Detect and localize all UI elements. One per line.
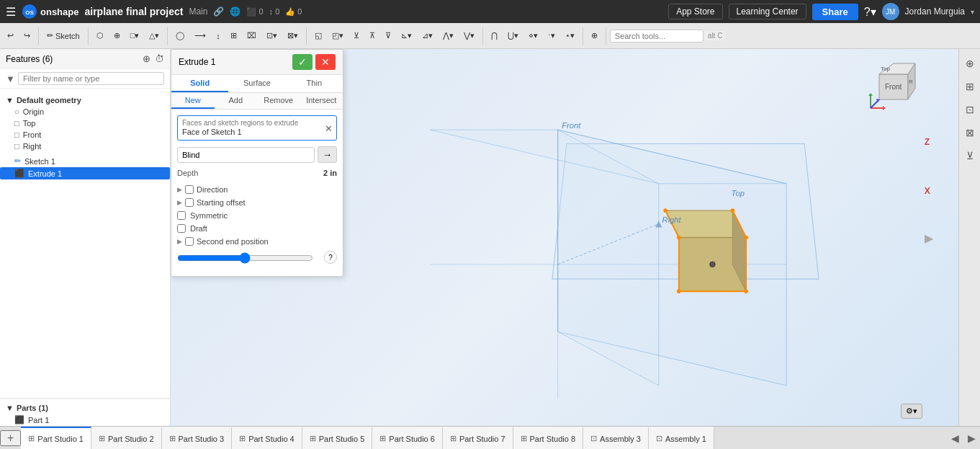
starting-offset-checkbox[interactable] xyxy=(185,198,194,207)
thicken-button[interactable]: ⊿▾ xyxy=(418,29,437,43)
app-store-button[interactable]: App Store xyxy=(668,4,722,19)
display-settings-button[interactable]: ⚙▾ xyxy=(901,404,922,419)
offset-button[interactable]: ⊾▾ xyxy=(397,29,416,43)
wrap-button[interactable]: ⊼ xyxy=(365,29,379,43)
right-icon-button-3[interactable]: ⊡ xyxy=(963,101,977,118)
revolve-button[interactable]: ⊕ xyxy=(109,29,125,43)
draft-checkbox[interactable] xyxy=(177,224,186,233)
view-cube[interactable]: Front Top R xyxy=(865,56,922,114)
tab-part-studio-3[interactable]: ⊞ Part Studio 3 xyxy=(162,427,233,449)
globe-icon[interactable]: 🌐 xyxy=(230,6,240,17)
measure-button[interactable]: ⋂ xyxy=(487,29,502,43)
chamfer-button[interactable]: ⟶ xyxy=(190,29,210,43)
viewport[interactable]: Extrude 1 ✓ ✕ Solid Surface Thin New Add… xyxy=(171,49,980,426)
undo-button[interactable]: ↩ xyxy=(3,29,18,43)
subtab-add[interactable]: Add xyxy=(215,93,258,109)
tab-part-studio-8[interactable]: ⊞ Part Studio 8 xyxy=(513,427,584,449)
right-icon-button-5[interactable]: ⊻ xyxy=(963,147,976,164)
point-button[interactable]: ⋆▾ xyxy=(561,29,579,43)
mirror-button[interactable]: ⌧ xyxy=(243,29,261,43)
help-icon-button[interactable]: ? xyxy=(324,251,337,264)
hamburger-icon[interactable]: ☰ xyxy=(6,5,16,19)
pattern-button[interactable]: ⊡▾ xyxy=(262,29,282,43)
tab-assembly-3[interactable]: ⊡ Assembly 3 xyxy=(583,427,649,449)
username-chevron-icon[interactable]: ▾ xyxy=(971,8,974,16)
tab-assembly-1[interactable]: ⊡ Assembly 1 xyxy=(649,427,714,449)
second-end-row[interactable]: ▶ Second end position xyxy=(177,235,337,248)
redo-button[interactable]: ↪ xyxy=(19,29,35,43)
default-geometry-header[interactable]: ▼ Default geometry xyxy=(0,94,170,106)
thread-button[interactable]: ◰▾ xyxy=(328,29,348,43)
tab-icon: ⊞ xyxy=(169,434,176,443)
boolean-button[interactable]: ⊠▾ xyxy=(283,29,302,43)
loft-button[interactable]: △▾ xyxy=(145,29,163,43)
type-select[interactable]: Blind Symmetric Through All Up to Next U… xyxy=(177,147,315,163)
draft-button[interactable]: ⊞ xyxy=(226,29,241,43)
direction-row[interactable]: ▶ Direction xyxy=(177,183,337,196)
tree-item-extrude1[interactable]: ⬛ Extrude 1 xyxy=(0,167,170,179)
tab-part-studio-7[interactable]: ⊞ Part Studio 7 xyxy=(443,427,513,449)
tree-item-right[interactable]: □ Right xyxy=(0,141,170,152)
tree-item-part1[interactable]: ⬛ Part 1 xyxy=(0,414,170,426)
right-icon-button-1[interactable]: ⊕ xyxy=(963,55,977,72)
subtab-remove[interactable]: Remove xyxy=(257,93,300,109)
nav-right-arrow[interactable]: ▶ xyxy=(925,231,933,244)
symmetric-checkbox[interactable] xyxy=(177,211,186,220)
tab-nav-prev-button[interactable]: ◀ xyxy=(947,432,963,444)
origin-button[interactable]: ⋃▾ xyxy=(503,29,523,43)
tab-surface[interactable]: Surface xyxy=(228,75,285,92)
hole-button[interactable]: ◱ xyxy=(310,29,326,43)
add-target[interactable]: ⊕ xyxy=(587,29,602,43)
slider[interactable] xyxy=(177,252,313,264)
sketch-button[interactable]: ✏ Sketch xyxy=(42,29,84,43)
deform-button[interactable]: ⋁▾ xyxy=(459,29,479,43)
filter-icon-button[interactable]: ▼ xyxy=(6,74,15,84)
tab-nav-next-button[interactable]: ▶ xyxy=(963,432,980,444)
link-icon[interactable]: 🔗 xyxy=(213,6,224,17)
filter-input[interactable] xyxy=(18,72,164,85)
extrude-confirm-button[interactable]: ✓ xyxy=(292,54,313,70)
add-feature-button[interactable]: ⊕ xyxy=(143,53,150,64)
fillet-button[interactable]: ◯ xyxy=(171,29,189,43)
search-input[interactable] xyxy=(610,30,703,43)
tree-item-top[interactable]: □ Top xyxy=(0,117,170,129)
add-tab-button[interactable]: + xyxy=(0,430,21,446)
face-clear-button[interactable]: ✕ xyxy=(325,123,333,133)
shell-button[interactable]: ↕ xyxy=(212,30,225,43)
plane-button[interactable]: ⋄▾ xyxy=(524,29,542,43)
right-icon-button-2[interactable]: ⊞ xyxy=(963,78,977,95)
help-button[interactable]: ?▾ xyxy=(864,5,876,19)
sweep-button[interactable]: □▾ xyxy=(126,29,144,43)
username[interactable]: Jordan Murguia xyxy=(905,6,965,17)
share-button[interactable]: Share xyxy=(812,4,858,20)
axis-button[interactable]: ⋅▾ xyxy=(544,29,559,43)
face-selector[interactable]: Faces and sketch regions to extrude Face… xyxy=(177,115,337,141)
history-button[interactable]: ⏱ xyxy=(155,53,164,64)
direction-checkbox[interactable] xyxy=(185,185,194,194)
tab-part-studio-1[interactable]: ⊞ Part Studio 1 xyxy=(21,427,91,449)
extrude-button[interactable]: ⬡ xyxy=(92,29,108,43)
starting-offset-row[interactable]: ▶ Starting offset xyxy=(177,196,337,209)
second-end-checkbox[interactable] xyxy=(185,237,194,246)
tree-item-origin[interactable]: ○ Origin xyxy=(0,106,170,117)
tab-thin[interactable]: Thin xyxy=(286,75,343,92)
tab-part-studio-4[interactable]: ⊞ Part Studio 4 xyxy=(232,427,302,449)
rib-button[interactable]: ⊻ xyxy=(349,29,364,43)
direct-edit-button[interactable]: ⋀▾ xyxy=(439,29,458,43)
learning-center-button[interactable]: Learning Center xyxy=(729,4,806,19)
split-button[interactable]: ⊽ xyxy=(381,29,395,43)
subtab-new[interactable]: New xyxy=(171,93,215,109)
tab-part-studio-5[interactable]: ⊞ Part Studio 5 xyxy=(302,427,373,449)
subtab-intersect[interactable]: Intersect xyxy=(300,93,343,109)
tab-bar: + ⊞ Part Studio 1 ⊞ Part Studio 2 ⊞ Part… xyxy=(0,426,980,449)
tree-item-front[interactable]: □ Front xyxy=(0,129,170,141)
flip-direction-button[interactable]: → xyxy=(318,146,337,163)
right-icon-button-4[interactable]: ⊠ xyxy=(963,124,977,141)
parts-header[interactable]: ▼ Parts (1) xyxy=(0,399,170,414)
second-end-label: Second end position xyxy=(197,237,269,246)
extrude-cancel-button[interactable]: ✕ xyxy=(315,54,336,70)
tab-part-studio-2[interactable]: ⊞ Part Studio 2 xyxy=(91,427,162,449)
tab-part-studio-6[interactable]: ⊞ Part Studio 6 xyxy=(372,427,443,449)
tab-solid[interactable]: Solid xyxy=(171,75,228,92)
tree-item-sketch1[interactable]: ✏ Sketch 1 xyxy=(0,155,170,167)
